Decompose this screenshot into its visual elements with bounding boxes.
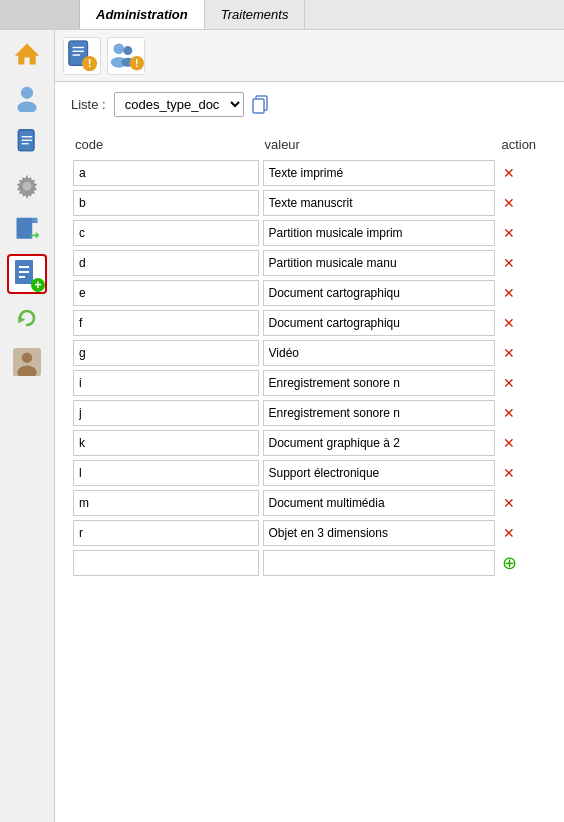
row-code-input[interactable] bbox=[73, 490, 259, 516]
col-header-code: code bbox=[71, 133, 261, 158]
table-row: ✕ bbox=[71, 338, 548, 368]
svg-point-31 bbox=[123, 46, 132, 55]
table-row: ✕ bbox=[71, 428, 548, 458]
row-code-input[interactable] bbox=[73, 340, 259, 366]
add-row-button[interactable]: ⊕ bbox=[499, 553, 519, 573]
row-valeur-input[interactable] bbox=[263, 460, 496, 486]
delete-row-button[interactable]: ✕ bbox=[499, 523, 519, 543]
row-valeur-input[interactable] bbox=[263, 220, 496, 246]
row-valeur-input[interactable] bbox=[263, 520, 496, 546]
svg-rect-36 bbox=[253, 99, 264, 113]
table-row: ✕ bbox=[71, 248, 548, 278]
sidebar-item-refresh[interactable] bbox=[7, 298, 47, 338]
table-row: ✕ bbox=[71, 158, 548, 188]
row-valeur-input[interactable] bbox=[263, 280, 496, 306]
row-valeur-input[interactable] bbox=[263, 310, 496, 336]
row-code-input[interactable] bbox=[73, 460, 259, 486]
delete-row-button[interactable]: ✕ bbox=[499, 373, 519, 393]
delete-row-button[interactable]: ✕ bbox=[499, 163, 519, 183]
row-code-input[interactable] bbox=[73, 310, 259, 336]
tab-traitements[interactable]: Traitements bbox=[205, 0, 306, 29]
delete-row-button[interactable]: ✕ bbox=[499, 283, 519, 303]
row-valeur-input[interactable] bbox=[263, 160, 496, 186]
row-valeur-input[interactable] bbox=[263, 430, 496, 456]
refresh-icon bbox=[13, 304, 41, 332]
svg-point-2 bbox=[17, 102, 36, 113]
svg-point-9 bbox=[23, 182, 32, 191]
svg-point-29 bbox=[113, 43, 124, 54]
col-header-valeur: valeur bbox=[261, 133, 498, 158]
row-valeur-input[interactable] bbox=[263, 400, 496, 426]
row-valeur-input[interactable] bbox=[263, 340, 496, 366]
svg-marker-0 bbox=[15, 44, 40, 65]
row-valeur-input[interactable] bbox=[263, 190, 496, 216]
data-table: code valeur action ✕✕✕✕✕✕✕✕✕✕✕✕✕⊕ bbox=[71, 133, 548, 578]
new-row-valeur-input[interactable] bbox=[263, 550, 496, 576]
svg-text:!: ! bbox=[88, 57, 92, 69]
table-row: ✕ bbox=[71, 368, 548, 398]
delete-row-button[interactable]: ✕ bbox=[499, 223, 519, 243]
users-warning-icon: ! bbox=[108, 39, 144, 73]
settings-icon bbox=[13, 172, 41, 200]
liste-row: Liste : codes_type_doc codes_langue code… bbox=[71, 92, 548, 117]
liste-select[interactable]: codes_type_doc codes_langue codes_pays bbox=[114, 92, 244, 117]
row-code-input[interactable] bbox=[73, 430, 259, 456]
sidebar-item-list-add[interactable]: + bbox=[7, 254, 47, 294]
doc-warning-icon: ! bbox=[65, 39, 99, 73]
liste-label: Liste : bbox=[71, 97, 106, 112]
sidebar-item-settings[interactable] bbox=[7, 166, 47, 206]
sidebar-item-home[interactable] bbox=[7, 34, 47, 74]
toolbar: ! ! bbox=[55, 30, 564, 82]
sidebar-item-user[interactable] bbox=[7, 78, 47, 118]
row-valeur-input[interactable] bbox=[263, 250, 496, 276]
copy-svg-icon bbox=[252, 95, 272, 115]
row-code-input[interactable] bbox=[73, 190, 259, 216]
svg-rect-10 bbox=[17, 218, 33, 239]
delete-row-button[interactable]: ✕ bbox=[499, 433, 519, 453]
toolbar-users-warning-button[interactable]: ! bbox=[107, 37, 145, 75]
table-row: ✕ bbox=[71, 308, 548, 338]
row-code-input[interactable] bbox=[73, 250, 259, 276]
new-row: ⊕ bbox=[71, 548, 548, 578]
table-row: ✕ bbox=[71, 518, 548, 548]
tab-bar-spacer bbox=[0, 0, 80, 29]
row-code-input[interactable] bbox=[73, 280, 259, 306]
row-valeur-input[interactable] bbox=[263, 370, 496, 396]
tab-bar: Administration Traitements bbox=[0, 0, 564, 30]
row-code-input[interactable] bbox=[73, 400, 259, 426]
table-row: ✕ bbox=[71, 458, 548, 488]
row-code-input[interactable] bbox=[73, 220, 259, 246]
delete-row-button[interactable]: ✕ bbox=[499, 403, 519, 423]
delete-row-button[interactable]: ✕ bbox=[499, 253, 519, 273]
sidebar-item-export[interactable] bbox=[7, 210, 47, 250]
col-header-action: action bbox=[497, 133, 548, 158]
row-code-input[interactable] bbox=[73, 160, 259, 186]
delete-row-button[interactable]: ✕ bbox=[499, 493, 519, 513]
svg-point-20 bbox=[22, 352, 33, 363]
toolbar-doc-warning-button[interactable]: ! bbox=[63, 37, 101, 75]
delete-row-button[interactable]: ✕ bbox=[499, 313, 519, 333]
sidebar-item-avatar[interactable] bbox=[7, 342, 47, 382]
svg-marker-18 bbox=[18, 316, 25, 323]
row-valeur-input[interactable] bbox=[263, 490, 496, 516]
copy-icon[interactable] bbox=[252, 95, 272, 115]
table-row: ✕ bbox=[71, 488, 548, 518]
delete-row-button[interactable]: ✕ bbox=[499, 463, 519, 483]
delete-row-button[interactable]: ✕ bbox=[499, 193, 519, 213]
table-row: ✕ bbox=[71, 278, 548, 308]
content-area: ! ! Liste : bbox=[55, 30, 564, 822]
new-row-code-input[interactable] bbox=[73, 550, 259, 576]
svg-rect-12 bbox=[32, 218, 37, 223]
sidebar-item-document[interactable] bbox=[7, 122, 47, 162]
tab-administration[interactable]: Administration bbox=[80, 0, 205, 29]
row-code-input[interactable] bbox=[73, 520, 259, 546]
main-layout: + bbox=[0, 30, 564, 822]
table-row: ✕ bbox=[71, 398, 548, 428]
content-inner: Liste : codes_type_doc codes_langue code… bbox=[55, 82, 564, 822]
export-icon bbox=[13, 216, 41, 244]
table-row: ✕ bbox=[71, 188, 548, 218]
avatar-icon bbox=[13, 348, 41, 376]
row-code-input[interactable] bbox=[73, 370, 259, 396]
svg-point-1 bbox=[21, 87, 33, 99]
delete-row-button[interactable]: ✕ bbox=[499, 343, 519, 363]
